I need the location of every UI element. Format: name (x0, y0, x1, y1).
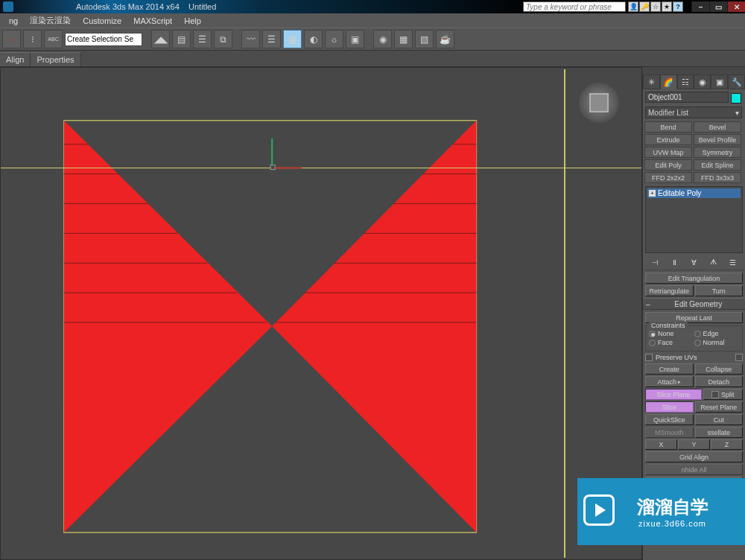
modifier-list-dropdown[interactable]: Modifier List▾ (645, 106, 742, 118)
minimize-button[interactable]: – (691, 1, 709, 12)
abc-icon[interactable]: ABC (44, 30, 63, 48)
remove-modifier-icon[interactable]: ᗑ (708, 257, 719, 267)
reset-plane-button[interactable]: Reset Plane (695, 401, 744, 413)
dope-sheet-icon[interactable]: ▦ (283, 30, 302, 48)
render-frame-icon[interactable]: ▣ (346, 30, 364, 48)
help-search-input[interactable] (523, 1, 626, 12)
maximize-button[interactable]: ▭ (709, 1, 727, 12)
object-name-input[interactable] (645, 92, 729, 103)
unhide-all-button[interactable]: nhide All (645, 464, 743, 475)
tab-align[interactable]: Align (0, 52, 31, 66)
hierarchy-tab-icon[interactable]: ☷ (677, 74, 694, 89)
modifier-buttons: Bend Bevel Extrude Bevel Profile UVW Map… (643, 120, 745, 185)
layer-explorer-icon[interactable]: ⧉ (214, 30, 232, 48)
unlink-icon[interactable]: ⁝ (23, 30, 42, 48)
magnet-icon[interactable]: ∩ (2, 30, 21, 48)
configure-sets-icon[interactable]: ☰ (728, 257, 738, 267)
mod-symmetry[interactable]: Symmetry (694, 147, 741, 158)
mod-edit-poly[interactable]: Edit Poly (644, 159, 692, 171)
utilities-tab-icon[interactable]: 🔧 (728, 74, 745, 89)
msmooth-button[interactable]: MSmooth (645, 427, 694, 438)
tab-properties[interactable]: Properties (31, 52, 80, 66)
material-editor-icon[interactable]: ◐ (304, 30, 323, 48)
menu-item[interactable]: ng (3, 15, 24, 27)
pin-stack-icon[interactable]: ⊣ (650, 257, 660, 267)
help-icon[interactable]: ? (673, 1, 683, 12)
tessellate-button[interactable]: ssellate (695, 427, 744, 438)
app-title: Autodesk 3ds Max 2014 x64 Untitled (76, 2, 216, 11)
attach-button[interactable]: Attach (645, 376, 694, 387)
modifier-stack[interactable]: + Editable Poly (645, 186, 743, 253)
mod-edit-spline[interactable]: Edit Spline (694, 159, 741, 171)
menu-item[interactable]: MAXScript (127, 15, 178, 27)
planar-x-button[interactable]: X (645, 439, 677, 450)
stack-item-editable-poly[interactable]: + Editable Poly (647, 188, 741, 198)
viewcube[interactable] (579, 83, 619, 123)
motion-tab-icon[interactable]: ◉ (694, 74, 711, 89)
mod-bevel[interactable]: Bevel (694, 121, 741, 133)
mod-ffd-2x2x2[interactable]: FFD 2x2x2 (644, 172, 692, 183)
object-color-swatch[interactable] (731, 93, 741, 104)
align-icon[interactable]: ▤ (172, 30, 191, 48)
show-end-result-icon[interactable]: Ⅱ (669, 257, 679, 267)
create-tab-icon[interactable]: ✳ (643, 74, 660, 89)
planar-z-button[interactable]: Z (711, 439, 743, 450)
constraint-edge[interactable]: Edge (694, 330, 740, 337)
preserve-uvs-settings[interactable] (735, 354, 743, 361)
split-checkbox[interactable]: Split (703, 389, 743, 400)
infocenter-icon[interactable]: 👤 (628, 1, 638, 12)
constraint-normal[interactable]: Normal (694, 339, 740, 346)
stack-tools: ⊣ Ⅱ ∀ ᗑ ☰ (643, 255, 745, 270)
tool1-icon[interactable]: ▦ (394, 30, 413, 48)
teapot-icon[interactable]: ☕ (436, 30, 454, 48)
collapse-button[interactable]: Collapse (695, 363, 744, 375)
tool2-icon[interactable]: ▧ (415, 30, 434, 48)
star-icon[interactable]: ☆ (650, 1, 661, 12)
key-icon[interactable]: 🔑 (639, 1, 650, 12)
display-tab-icon[interactable]: ▣ (711, 74, 728, 89)
modify-tab-icon[interactable]: 🌈 (660, 74, 677, 89)
watermark-logo: 溜溜自学 zixue.3d66.com (577, 478, 745, 545)
grid-align-button[interactable]: Grid Align (645, 451, 743, 462)
mod-ffd-3x3x3[interactable]: FFD 3x3x3 (694, 172, 741, 183)
quickslice-button[interactable]: QuickSlice (645, 414, 694, 425)
collapse-icon: – (646, 300, 650, 308)
schematic-icon[interactable]: ☰ (262, 30, 281, 48)
make-unique-icon[interactable]: ∀ (688, 257, 699, 267)
favorite-icon[interactable]: ★ (662, 1, 672, 12)
edit-triangulation-button[interactable]: Edit Triangulation (645, 273, 743, 284)
mod-uvw-map[interactable]: UVW Map (644, 147, 692, 158)
play-icon (583, 494, 615, 526)
turn-button[interactable]: Turn (695, 285, 744, 296)
preserve-uvs-checkbox[interactable] (645, 354, 653, 361)
slice-button[interactable]: Slice (645, 401, 694, 413)
render-setup-icon[interactable]: ☼ (325, 30, 343, 48)
menu-item[interactable]: Help (178, 15, 207, 27)
title-right: 👤 🔑 ☆ ★ ? – ▭ ✕ (523, 1, 745, 12)
viewport-canvas (1, 68, 641, 559)
mod-extrude[interactable]: Extrude (644, 134, 692, 145)
menu-item[interactable]: Customize (77, 15, 127, 27)
close-button[interactable]: ✕ (727, 1, 745, 12)
rollout-edit-geometry[interactable]: – Edit Geometry (643, 298, 745, 310)
create-button[interactable]: Create (645, 363, 694, 375)
main-toolbar: ∩ ⁝ ABC ◢◣ ▤ ☰ ⧉ 〰 ☰ ▦ ◐ ☼ ▣ ◉ ▦ ▧ ☕ (0, 28, 745, 51)
constraint-face[interactable]: Face (649, 339, 694, 346)
named-selection-combo[interactable] (65, 33, 142, 46)
mod-bend[interactable]: Bend (644, 121, 692, 133)
retriangulate-button[interactable]: Retriangulate (645, 285, 694, 296)
mod-bevel-profile[interactable]: Bevel Profile (694, 134, 741, 145)
curve-editor-icon[interactable]: 〰 (241, 30, 260, 48)
cut-button[interactable]: Cut (695, 414, 744, 425)
planar-y-button[interactable]: Y (678, 439, 710, 450)
menu-item[interactable]: 渲染云渲染 (24, 13, 77, 28)
constraint-none[interactable]: None (649, 330, 694, 337)
slice-plane-button[interactable]: Slice Plane (645, 389, 702, 400)
viewport[interactable] (0, 67, 642, 560)
expand-icon[interactable]: + (649, 190, 656, 197)
svg-marker-2 (272, 121, 476, 532)
detach-button[interactable]: Detach (695, 376, 744, 387)
quick-render-icon[interactable]: ◉ (373, 30, 392, 48)
layers-icon[interactable]: ☰ (193, 30, 212, 48)
mirror-icon[interactable]: ◢◣ (151, 30, 170, 48)
